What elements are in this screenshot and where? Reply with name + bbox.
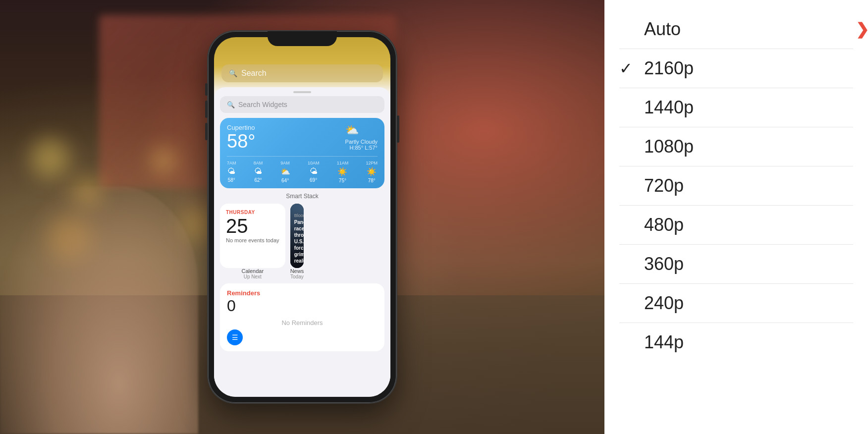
- phone-screen: 🔍 Search 🔍 Search Widgets: [214, 37, 390, 397]
- weather-widget[interactable]: Cupertino 58° ⛅ Partly Cloudy H:85° L:57…: [220, 118, 384, 188]
- news-content: Bloomberg Pandemic races through U.S., f…: [290, 209, 304, 268]
- news-widget-label: News: [290, 268, 304, 274]
- quality-label-auto: Auto: [644, 19, 681, 40]
- weather-city: Cupertino: [227, 124, 255, 131]
- calendar-widget[interactable]: THURSDAY 25 No more events today: [220, 204, 285, 268]
- quality-label-144p: 144p: [644, 332, 684, 353]
- bottom-sheet: 🔍 Search Widgets Cupertino 58°: [214, 87, 390, 397]
- weather-temperature: 58°: [227, 131, 255, 152]
- news-widget-sublabel: Today: [290, 274, 304, 279]
- quality-option-1080p[interactable]: 1080p: [604, 127, 868, 166]
- quality-option-360p[interactable]: 360p: [604, 245, 868, 283]
- weather-hour-9am: 9AM ⛅ 64°: [280, 161, 290, 183]
- reminders-empty-text: No Reminders: [227, 319, 378, 326]
- calendar-widget-label: Calendar: [220, 268, 285, 274]
- volume-down-button: [205, 123, 208, 140]
- silent-switch-button: [205, 83, 208, 96]
- quality-label-1080p: 1080p: [644, 136, 694, 157]
- calendar-widget-sublabel: Up Next: [220, 274, 285, 279]
- quality-option-480p[interactable]: 480p: [604, 206, 868, 244]
- calendar-no-events: No more events today: [226, 237, 279, 244]
- quality-option-1440p[interactable]: 1440p: [604, 88, 868, 127]
- widgets-row: THURSDAY 25 No more events today Calenda…: [220, 204, 384, 279]
- weather-hour-7am: 7AM 🌤 58°: [227, 161, 236, 183]
- phone-frame: 🔍 Search 🔍 Search Widgets: [208, 31, 396, 403]
- reminders-title: Reminders: [227, 289, 378, 297]
- hand-overlay: [0, 186, 198, 434]
- search-widgets-bar[interactable]: 🔍 Search Widgets: [220, 96, 384, 113]
- screen-content: 🔍 Search 🔍 Search Widgets: [214, 37, 390, 397]
- reminders-count: 0: [227, 297, 378, 315]
- quality-option-144p[interactable]: 144p: [604, 323, 868, 362]
- search-widgets-icon: 🔍: [227, 101, 235, 108]
- news-widget[interactable]: Bloomberg Pandemic races through U.S., f…: [290, 204, 304, 268]
- weather-left: Cupertino 58°: [227, 124, 255, 152]
- calendar-day: THURSDAY: [226, 210, 279, 215]
- quality-label-240p: 240p: [644, 293, 684, 314]
- quality-option-720p[interactable]: 720p: [604, 166, 868, 205]
- weather-right: ⛅ Partly Cloudy H:85° L:57°: [345, 124, 378, 151]
- phone-notch: [268, 31, 337, 46]
- search-widgets-text: Search Widgets: [238, 101, 287, 108]
- quality-checkmark-2160p: ✓: [619, 59, 633, 78]
- weather-top-row: Cupertino 58° ⛅ Partly Cloudy H:85° L:57…: [227, 124, 378, 152]
- calendar-date: 25: [226, 216, 279, 236]
- weather-hour-11am: 11AM ☀️ 75°: [337, 161, 349, 183]
- weather-condition-text: Partly Cloudy H:85° L:57°: [345, 139, 378, 151]
- weather-hour-12pm: 12PM ☀️ 78°: [366, 161, 378, 183]
- quality-label-360p: 360p: [644, 254, 684, 274]
- reminders-icon-button[interactable]: ☰: [227, 329, 243, 345]
- spotlight-search-bar[interactable]: 🔍 Search: [221, 64, 383, 82]
- quality-label-720p: 720p: [644, 175, 684, 196]
- drag-indicator: [293, 91, 311, 93]
- power-button: [397, 115, 399, 143]
- volume-up-button: [205, 101, 208, 118]
- quality-label-2160p: 2160p: [644, 58, 694, 79]
- news-headline: Pandemic races through U.S., forcing gri…: [294, 219, 300, 264]
- news-source: Bloomberg: [294, 213, 300, 218]
- reminders-widget[interactable]: Reminders 0 No Reminders ☰: [220, 283, 384, 351]
- news-widget-container: Bloomberg Pandemic races through U.S., f…: [290, 204, 304, 279]
- quality-option-240p[interactable]: 240p: [604, 284, 868, 323]
- left-panel: 🔍 Search 🔍 Search Widgets: [0, 0, 604, 434]
- quality-selector-panel: Auto ✓ 2160p 1440p 1080p 720p 480p: [604, 0, 868, 434]
- weather-hour-8am: 8AM 🌤 62°: [254, 161, 263, 183]
- weather-hour-10am: 10AM 🌤 69°: [308, 161, 320, 183]
- calendar-widget-container: THURSDAY 25 No more events today Calenda…: [220, 204, 285, 279]
- quality-label-1440p: 1440p: [644, 97, 694, 118]
- weather-hourly: 7AM 🌤 58° 8AM 🌤 62° 9A: [227, 156, 378, 183]
- quality-option-2160p[interactable]: ✓ 2160p: [604, 49, 868, 88]
- quality-option-auto[interactable]: Auto: [604, 10, 868, 49]
- spotlight-search-text: Search: [241, 69, 267, 78]
- quality-menu: Auto ✓ 2160p 1440p 1080p 720p 480p: [604, 0, 868, 372]
- phone-device: 🔍 Search 🔍 Search Widgets: [208, 31, 396, 403]
- quality-label-480p: 480p: [644, 215, 684, 235]
- search-icon: 🔍: [229, 69, 237, 77]
- smart-stack-label: Smart Stack: [214, 193, 390, 200]
- weather-condition-icon: ⛅: [345, 124, 378, 137]
